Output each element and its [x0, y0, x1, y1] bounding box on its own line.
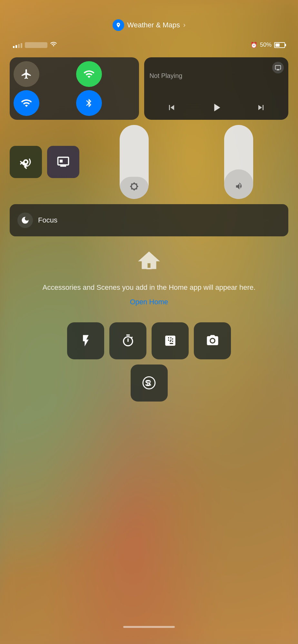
status-left — [13, 41, 57, 49]
carrier-name — [25, 42, 47, 48]
playback-controls — [149, 100, 283, 115]
play-button[interactable] — [209, 100, 224, 115]
signal-bar-4 — [21, 43, 22, 48]
status-bar: ⏰ 50% — [10, 41, 288, 49]
wifi-button[interactable] — [14, 90, 39, 116]
controls-area: Not Playing — [10, 57, 288, 236]
focus-moon-icon — [17, 213, 33, 228]
brightness-slider[interactable] — [120, 125, 149, 199]
battery-body — [274, 42, 285, 48]
status-right: ⏰ 50% — [250, 42, 285, 49]
location-icon — [113, 19, 124, 31]
cellular-button[interactable] — [76, 61, 102, 87]
calculator-button[interactable] — [152, 322, 189, 359]
location-label: Weather & Maps — [127, 21, 180, 29]
screen-mirror-button[interactable] — [47, 146, 79, 178]
bluetooth-button[interactable] — [76, 90, 102, 116]
location-indicator[interactable]: Weather & Maps › — [113, 19, 186, 31]
connectivity-block — [10, 57, 139, 120]
brightness-icon — [130, 182, 139, 193]
timer-button[interactable] — [109, 322, 146, 359]
battery-icon — [274, 42, 285, 48]
now-playing-block: Not Playing — [144, 57, 288, 120]
home-icon — [137, 249, 161, 278]
shazam-button[interactable]: S — [131, 365, 168, 402]
row-1: Not Playing — [10, 57, 288, 120]
camera-button[interactable] — [194, 322, 231, 359]
svg-point-2 — [211, 339, 214, 343]
location-chevron: › — [183, 21, 185, 29]
wifi-status-icon — [50, 41, 57, 49]
open-home-button[interactable]: Open Home — [130, 298, 168, 306]
volume-slider-container — [189, 125, 288, 199]
orientation-lock-button[interactable] — [10, 146, 42, 178]
signal-bar-3 — [18, 44, 20, 48]
signal-bar-2 — [15, 45, 17, 48]
signal-bars — [13, 42, 22, 48]
signal-bar-1 — [13, 46, 15, 48]
bottom-row-2: S — [131, 365, 168, 402]
battery-fill — [275, 43, 280, 47]
home-section: Accessories and Scenes you add in the Ho… — [43, 249, 255, 306]
home-indicator — [123, 626, 175, 628]
row-3: Focus — [10, 204, 288, 236]
alarm-icon: ⏰ — [250, 42, 257, 49]
focus-button[interactable]: Focus — [10, 204, 288, 236]
home-description: Accessories and Scenes you add in the Ho… — [43, 283, 255, 293]
row-2 — [10, 125, 288, 199]
volume-icon — [234, 182, 243, 193]
forward-button[interactable] — [254, 100, 268, 115]
volume-slider[interactable] — [224, 125, 253, 199]
not-playing-label: Not Playing — [149, 72, 283, 80]
brightness-slider-container — [84, 125, 184, 199]
battery-percent: 50% — [260, 42, 272, 48]
airplane-mode-button[interactable] — [14, 61, 39, 87]
bottom-row-1 — [67, 322, 231, 359]
focus-label: Focus — [38, 216, 57, 224]
flashlight-button[interactable] — [67, 322, 104, 359]
airplay-button[interactable] — [272, 62, 284, 73]
rewind-button[interactable] — [164, 100, 179, 115]
